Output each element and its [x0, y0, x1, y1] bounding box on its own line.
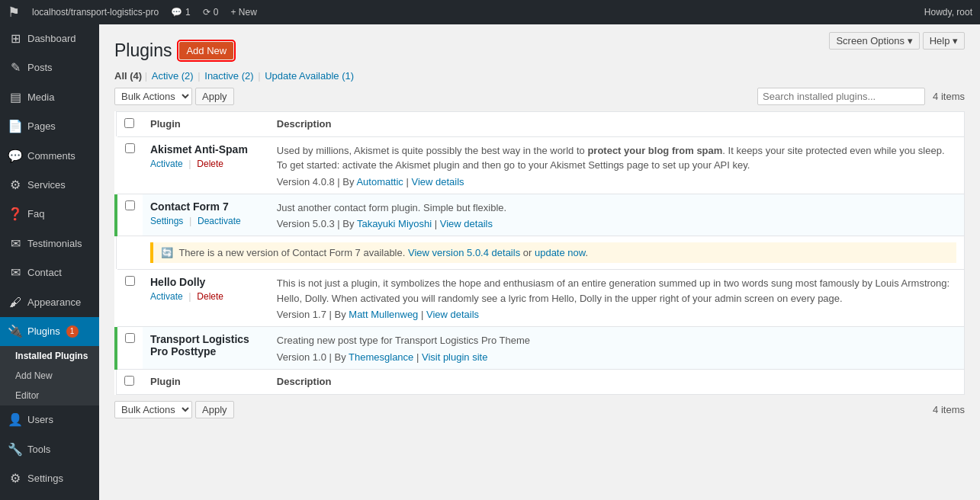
- plugin-name-cell-hello-dolly: Hello Dolly Activate | Delete: [143, 270, 269, 327]
- sidebar-item-pages[interactable]: 📄 Pages: [0, 112, 99, 141]
- plugin-desc-akismet: Used by millions, Akismet is quite possi…: [277, 143, 956, 173]
- plugin-checkbox-cell: [116, 136, 143, 194]
- plugin-checkbox-akismet[interactable]: [125, 143, 135, 153]
- plugin-name-cell-cf7: Contact Form 7 Settings | Deactivate: [143, 194, 269, 236]
- dashboard-icon: ⊞: [8, 30, 23, 47]
- details-link-hello-dolly[interactable]: View details: [426, 309, 479, 320]
- author-link-akismet[interactable]: Automattic: [356, 176, 403, 188]
- sidebar-item-comments[interactable]: 💬 Comments: [0, 142, 99, 171]
- view-version-link-cf7[interactable]: View version 5.0.4 details: [408, 247, 520, 258]
- plugin-checkbox-tlpp[interactable]: [125, 333, 135, 343]
- plugin-table: Plugin Description Akismet Anti-Spam Act…: [114, 111, 965, 395]
- plugin-desc-cell-akismet: Used by millions, Akismet is quite possi…: [269, 136, 965, 194]
- sidebar-subitem-add-new[interactable]: Add New: [0, 366, 99, 386]
- sidebar-label-contact: Contact: [27, 266, 62, 280]
- updates-icon: ⟳: [203, 7, 210, 18]
- sidebar-item-posts[interactable]: ✎ Posts: [0, 53, 99, 82]
- activate-link-hello-dolly[interactable]: Activate: [150, 291, 183, 302]
- tools-icon: 🔧: [8, 441, 23, 458]
- wp-icon: ⚑: [8, 4, 20, 21]
- plugin-checkbox-hello-dolly[interactable]: [125, 276, 135, 286]
- help-button[interactable]: Help ▾: [923, 32, 965, 50]
- delete-link-akismet[interactable]: Delete: [197, 159, 223, 169]
- sidebar-item-services[interactable]: ⚙ Services: [0, 171, 99, 200]
- comments-icon: 💬: [8, 148, 23, 165]
- sidebar-item-settings[interactable]: ⚙ Settings: [0, 464, 99, 493]
- add-new-button[interactable]: Add New: [179, 42, 233, 59]
- collapse-menu[interactable]: ◀ Collapse menu: [0, 493, 99, 500]
- sidebar-subitem-installed-plugins[interactable]: Installed Plugins: [0, 346, 99, 366]
- footer-plugin-header: Plugin: [143, 369, 269, 394]
- table-row: Transport Logistics Pro Posttype Creatin…: [116, 327, 965, 370]
- search-input[interactable]: [757, 88, 925, 105]
- delete-link-hello-dolly[interactable]: Delete: [197, 291, 223, 302]
- author-link-cf7[interactable]: Takayuki Miyoshi: [357, 218, 432, 229]
- details-link-cf7[interactable]: View details: [440, 218, 493, 229]
- table-row: Contact Form 7 Settings | Deactivate Jus…: [116, 194, 965, 236]
- filter-tab-all[interactable]: All (4): [114, 70, 142, 82]
- deactivate-link-cf7[interactable]: Deactivate: [198, 216, 241, 226]
- item-count-top: 4 items: [933, 91, 965, 102]
- site-name[interactable]: localhost/transport-logistics-pro: [32, 7, 159, 18]
- update-notice-cf7: 🔄 There is a new version of Contact Form…: [150, 242, 956, 263]
- new-content-label: + New: [230, 7, 256, 18]
- activate-link-akismet[interactable]: Activate: [150, 159, 183, 169]
- sidebar-item-media[interactable]: ▤ Media: [0, 83, 99, 112]
- wp-logo[interactable]: ⚑: [8, 4, 20, 21]
- plugin-actions-hello-dolly: Activate | Delete: [150, 290, 262, 302]
- plugin-meta-cf7: Version 5.0.3 | By Takayuki Miyoshi | Vi…: [277, 218, 956, 229]
- plugin-name-tlpp: Transport Logistics Pro Posttype: [150, 333, 262, 357]
- table-footer-header-row: Plugin Description: [116, 369, 965, 394]
- comment-count: 1: [185, 7, 191, 18]
- sidebar-label-settings: Settings: [27, 472, 63, 486]
- updates-count: 0: [214, 7, 219, 18]
- media-icon: ▤: [8, 89, 23, 106]
- apply-button-bottom[interactable]: Apply: [195, 401, 234, 418]
- sidebar-label-comments: Comments: [27, 149, 76, 163]
- details-link-akismet[interactable]: View details: [411, 176, 464, 188]
- bulk-actions-select-bottom[interactable]: Bulk Actions Activate Deactivate Delete: [114, 401, 192, 418]
- filter-tab-inactive[interactable]: Inactive (2): [204, 70, 253, 82]
- plugins-badge: 1: [66, 325, 79, 338]
- services-icon: ⚙: [8, 177, 23, 194]
- sidebar-item-users[interactable]: 👤 Users: [0, 405, 99, 434]
- users-icon: 👤: [8, 412, 23, 428]
- update-notice-cell-cf7: 🔄 There is a new version of Contact Form…: [143, 236, 965, 270]
- sidebar-item-dashboard[interactable]: ⊞ Dashboard: [0, 24, 99, 53]
- main-content: Screen Options ▾ Help ▾ Plugins Add New …: [99, 24, 980, 500]
- sidebar: ⊞ Dashboard ✎ Posts ▤ Media 📄 Pages 💬 Co…: [0, 24, 99, 500]
- sidebar-item-contact[interactable]: ✉ Contact: [0, 258, 99, 287]
- contact-icon: ✉: [8, 264, 23, 281]
- plugin-checkbox-cell: [116, 327, 143, 370]
- apply-button-top[interactable]: Apply: [195, 88, 234, 105]
- plugin-desc-cf7: Just another contact form plugin. Simple…: [277, 200, 956, 216]
- sidebar-item-faq[interactable]: ❓ Faq: [0, 200, 99, 229]
- new-content-link[interactable]: + New: [230, 7, 256, 18]
- plugin-checkbox-cf7[interactable]: [125, 200, 135, 210]
- plugin-desc-hello-dolly: This is not just a plugin, it symbolizes…: [277, 276, 956, 306]
- sidebar-item-tools[interactable]: 🔧 Tools: [0, 435, 99, 464]
- bulk-actions-select[interactable]: Bulk Actions Activate Deactivate Delete: [114, 88, 192, 105]
- details-link-tlpp[interactable]: Visit plugin site: [422, 351, 487, 363]
- plugin-checkbox-cell: [116, 270, 143, 327]
- updates-link[interactable]: ⟳ 0: [203, 7, 219, 18]
- plugin-desc-cell-tlpp: Creating new post type for Transport Log…: [269, 327, 965, 370]
- sidebar-item-plugins[interactable]: 🔌 Plugins 1: [0, 317, 99, 346]
- author-link-hello-dolly[interactable]: Matt Mullenweg: [349, 309, 418, 320]
- settings-link-cf7[interactable]: Settings: [150, 216, 183, 226]
- sidebar-item-appearance[interactable]: 🖌 Appearance: [0, 288, 99, 317]
- admin-bar: ⚑ localhost/transport-logistics-pro 💬 1 …: [0, 0, 980, 24]
- select-all-bottom-checkbox[interactable]: [124, 376, 134, 386]
- update-row-cf7: 🔄 There is a new version of Contact Form…: [116, 236, 965, 270]
- update-now-link-cf7[interactable]: update now: [535, 247, 586, 258]
- comments-link[interactable]: 💬 1: [171, 7, 191, 18]
- filter-tab-update-available[interactable]: Update Available (1): [265, 70, 354, 82]
- screen-options-button[interactable]: Screen Options ▾: [829, 32, 919, 50]
- sidebar-subitem-editor[interactable]: Editor: [0, 386, 99, 405]
- footer-description-header: Description: [269, 369, 965, 394]
- filter-tab-active[interactable]: Active (2): [152, 70, 194, 82]
- author-link-tlpp[interactable]: Themesglance: [349, 351, 413, 363]
- plugin-name-akismet: Akismet Anti-Spam: [150, 143, 262, 155]
- sidebar-item-testimonials[interactable]: ✉ Testimonials: [0, 229, 99, 258]
- select-all-checkbox[interactable]: [124, 118, 134, 128]
